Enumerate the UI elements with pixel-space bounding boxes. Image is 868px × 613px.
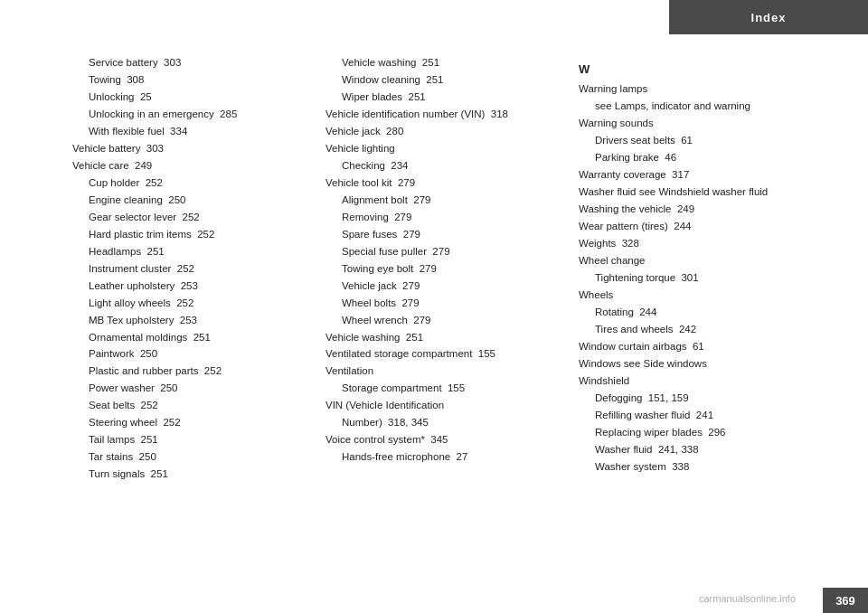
list-item: Unlocking in an emergency 285 [72,106,307,123]
list-item: Tires and wheels 242 [579,321,814,338]
list-item: Special fuse puller 279 [326,243,561,260]
list-item: Ventilation [326,363,561,380]
list-item: Wheels [579,287,814,304]
list-item: Washer fluid 241, 338 [579,441,814,458]
list-item: Spare fuses 279 [326,226,561,243]
list-item: Unlocking 25 [72,89,307,106]
list-item: Towing 308 [72,71,307,89]
list-item: Vehicle jack 279 [326,278,561,295]
list-item: Gear selector lever 252 [72,209,307,226]
list-item: MB Tex upholstery 253 [72,312,307,329]
list-item: Weights 328 [579,235,814,252]
list-item: Removing 279 [326,209,561,226]
list-item: Leather upholstery 253 [72,278,307,295]
list-item: Washing the vehicle 249 [579,201,814,218]
list-item: Cup holder 252 [72,174,307,192]
list-item: see Lamps, indicator and warning [579,98,814,115]
list-item: Vehicle washing 251 [326,54,561,71]
list-item: Drivers seat belts 61 [579,132,814,149]
list-item: Ornamental moldings 251 [72,329,307,346]
list-item: Vehicle jack 280 [326,123,561,140]
list-item: Vehicle battery 303 [72,140,307,157]
list-item: Engine cleaning 250 [72,192,307,209]
list-item: Plastic and rubber parts 252 [72,363,307,380]
watermark: carmanualsonline.info [699,593,796,604]
header-bar: Index [669,0,868,34]
column-1: Service battery 303Towing 308Unlocking 2… [72,54,326,559]
list-item: Hard plastic trim items 252 [72,226,307,243]
list-item: Refilling washer fluid 241 [579,407,814,424]
list-item: VIN (Vehicle Identification [326,397,561,414]
list-item: Windshield [579,373,814,390]
list-item: Paintwork 250 [72,345,307,363]
list-item: Voice control system* 345 [326,431,561,448]
list-item: Wheel bolts 279 [326,295,561,312]
page-number-text: 369 [835,594,855,608]
list-item: Warranty coverage 317 [579,166,814,184]
list-item: Tar stains 250 [72,448,307,466]
index-content: Service battery 303Towing 308Unlocking 2… [72,54,814,559]
list-item: Service battery 303 [72,54,307,71]
list-item: With flexible fuel 334 [72,123,307,140]
list-item: Towing eye bolt 279 [326,260,561,278]
list-item: Windows see Side windows [579,355,814,373]
list-item: Storage compartment 155 [326,380,561,397]
list-item: Steering wheel 252 [72,414,307,431]
list-item: Ventilated storage compartment 155 [326,345,561,363]
list-item: Defogging 151, 159 [579,390,814,407]
list-item: Light alloy wheels 252 [72,295,307,312]
list-item: Number) 318, 345 [326,414,561,431]
list-item: Turn signals 251 [72,466,307,483]
list-item: Parking brake 46 [579,149,814,166]
list-item: W [579,60,814,79]
list-item: Tail lamps 251 [72,431,307,448]
list-item: Headlamps 251 [72,243,307,260]
list-item: Vehicle tool kit 279 [326,174,561,192]
list-item: Checking 234 [326,157,561,174]
list-item: Wear pattern (tires) 244 [579,218,814,235]
list-item: Wheel change [579,252,814,269]
list-item: Power washer 250 [72,380,307,397]
list-item: Alignment bolt 279 [326,192,561,209]
list-item: Vehicle identification number (VIN) 318 [326,106,561,123]
page-number-box: 369 [823,588,868,613]
list-item: Vehicle washing 251 [326,329,561,346]
list-item: Washer system 338 [579,458,814,476]
list-item: Wheel wrench 279 [326,312,561,329]
list-item: Hands-free microphone 27 [326,448,561,466]
list-item: Window cleaning 251 [326,71,561,89]
list-item: Washer fluid see Windshield washer fluid [579,184,814,201]
list-item: Vehicle lighting [326,140,561,157]
list-item: Vehicle care 249 [72,157,307,174]
list-item: Instrument cluster 252 [72,260,307,278]
list-item: Warning sounds [579,115,814,132]
header-title: Index [751,11,787,24]
list-item: Window curtain airbags 61 [579,338,814,355]
list-item: Seat belts 252 [72,397,307,414]
list-item: Tightening torque 301 [579,269,814,287]
list-item: Wiper blades 251 [326,89,561,106]
list-item: Replacing wiper blades 296 [579,424,814,441]
list-item: Warning lamps [579,80,814,98]
column-2: Vehicle washing 251Window cleaning 251Wi… [326,54,579,559]
list-item: Rotating 244 [579,304,814,321]
column-3: WWarning lampssee Lamps, indicator and w… [579,54,814,559]
